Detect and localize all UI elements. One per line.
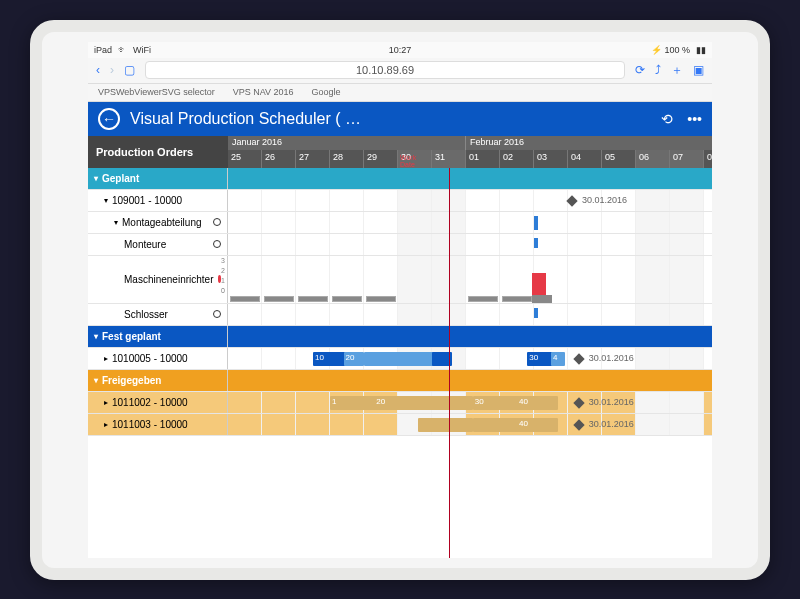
histogram-bar xyxy=(230,296,260,302)
gantt-bar[interactable] xyxy=(473,418,521,432)
histogram-bar xyxy=(502,296,532,302)
task-marker[interactable] xyxy=(534,308,538,318)
expand-icon[interactable]: ▸ xyxy=(104,354,108,363)
histogram-bar xyxy=(332,296,362,302)
gantt-bar[interactable]: 40 xyxy=(517,396,558,410)
url-field[interactable]: 10.10.89.69 xyxy=(145,61,625,79)
scheduler-row[interactable]: ▸ 1010005 - 1000030.01.20161020304 xyxy=(88,348,712,370)
day-cell: 26 xyxy=(262,150,296,168)
histogram-bar xyxy=(264,296,294,302)
nav-back-icon[interactable]: ‹ xyxy=(96,63,100,77)
status-dot xyxy=(213,218,221,226)
day-row: 252627282930Work Date3101020304050607080… xyxy=(228,150,712,168)
gantt-bar[interactable] xyxy=(418,396,472,410)
clock: 10:27 xyxy=(389,45,412,55)
scheduler-row[interactable]: Maschineneinrichter3210 xyxy=(88,256,712,304)
histogram-bar xyxy=(298,296,328,302)
day-cell: 02 xyxy=(500,150,534,168)
battery-icon: ▮▮ xyxy=(696,45,706,55)
app-title: Visual Production Scheduler ( … xyxy=(130,110,361,128)
gantt-bar[interactable] xyxy=(418,418,472,432)
bookmark-link[interactable]: VPSWebViewerSVG selector xyxy=(98,87,215,97)
day-cell: 25 xyxy=(228,150,262,168)
bookmark-link[interactable]: VPS NAV 2016 xyxy=(233,87,294,97)
tabs-icon[interactable]: ▣ xyxy=(693,63,704,77)
task-marker[interactable] xyxy=(534,238,538,248)
app-header: ← Visual Production Scheduler ( … ⟲ ••• xyxy=(88,102,712,136)
expand-icon[interactable]: ▸ xyxy=(104,420,108,429)
overload-block[interactable] xyxy=(532,273,546,295)
histogram-bar xyxy=(468,296,498,302)
row-label: 1010005 - 10000 xyxy=(112,353,188,364)
refresh-icon[interactable]: ⟲ xyxy=(661,111,673,127)
expand-icon[interactable]: ▸ xyxy=(104,398,108,407)
work-date-label: Work Date xyxy=(400,154,431,168)
scheduler: Production Orders Januar 2016Februar 201… xyxy=(88,136,712,558)
task-marker[interactable] xyxy=(534,216,538,230)
y-scale: 3210 xyxy=(221,256,225,303)
row-label: 1011002 - 10000 xyxy=(112,397,188,408)
gantt-bar[interactable]: 40 xyxy=(517,418,558,432)
day-cell: 29 xyxy=(364,150,398,168)
scheduler-row[interactable]: ▾ 109001 - 1000030.01.2016 xyxy=(88,190,712,212)
milestone-label: 30.01.2016 xyxy=(589,419,634,429)
back-button[interactable]: ← xyxy=(98,108,120,130)
status-dot xyxy=(213,310,221,318)
gantt-bar[interactable]: 4 xyxy=(551,352,565,366)
month-label: Januar 2016 xyxy=(228,136,466,150)
day-cell: 05 xyxy=(602,150,636,168)
day-cell: 04 xyxy=(568,150,602,168)
scheduler-rows: ▾ Geplant▾ 109001 - 1000030.01.2016▾ Mon… xyxy=(88,168,712,558)
bookmark-link[interactable]: Google xyxy=(312,87,341,97)
day-cell: 28 xyxy=(330,150,364,168)
day-cell: 27 xyxy=(296,150,330,168)
section-header[interactable]: ▾ Geplant xyxy=(88,168,712,190)
scheduler-row[interactable]: Monteure xyxy=(88,234,712,256)
day-cell: 30Work Date xyxy=(398,150,432,168)
expand-icon[interactable]: ▾ xyxy=(114,218,118,227)
scheduler-row[interactable]: ▾ Montageabteilung xyxy=(88,212,712,234)
gantt-bar[interactable]: 1 xyxy=(330,396,378,410)
ios-status-bar: iPad ᯤ WiFi 10:27 ⚡ 100 % ▮▮ xyxy=(88,42,712,58)
row-label: Maschineneinrichter xyxy=(124,274,214,285)
section-header[interactable]: ▾ Fest geplant xyxy=(88,326,712,348)
reload-icon[interactable]: ⟳ xyxy=(635,63,645,77)
scheduler-row[interactable]: ▸ 1011002 - 1000030.01.20161203040 xyxy=(88,392,712,414)
today-line xyxy=(449,168,450,558)
more-icon[interactable]: ••• xyxy=(687,111,702,127)
day-cell: 01 xyxy=(466,150,500,168)
expand-icon[interactable]: ▾ xyxy=(104,196,108,205)
status-dot xyxy=(213,240,221,248)
gantt-bar[interactable]: 20 xyxy=(344,352,364,366)
new-tab-icon[interactable]: ＋ xyxy=(671,62,683,79)
scheduler-row[interactable]: Schlosser xyxy=(88,304,712,326)
month-row: Januar 2016Februar 2016 xyxy=(228,136,712,150)
left-header: Production Orders xyxy=(88,136,228,168)
row-label: 109001 - 10000 xyxy=(112,195,182,206)
milestone-label: 30.01.2016 xyxy=(589,353,634,363)
day-cell: 08 xyxy=(704,150,712,168)
base-block xyxy=(532,295,552,303)
gantt-bar[interactable]: 20 xyxy=(374,396,422,410)
device-label: iPad xyxy=(94,45,112,55)
row-label: Schlosser xyxy=(124,309,168,320)
safari-toolbar: ‹ › ▢ 10.10.89.69 ⟳ ⤴ ＋ ▣ xyxy=(88,58,712,84)
scheduler-row[interactable]: ▸ 1011003 - 1000030.01.201640 xyxy=(88,414,712,436)
gantt-bar[interactable] xyxy=(364,352,439,366)
gantt-bar[interactable]: 30 xyxy=(473,396,521,410)
share-icon[interactable]: ⤴ xyxy=(655,63,661,77)
row-label: Montageabteilung xyxy=(122,217,202,228)
gantt-bar[interactable]: 10 xyxy=(313,352,347,366)
section-header[interactable]: ▾ Freigegeben xyxy=(88,370,712,392)
nav-forward-icon[interactable]: › xyxy=(110,63,114,77)
screen: iPad ᯤ WiFi 10:27 ⚡ 100 % ▮▮ ‹ › ▢ 10.10… xyxy=(88,42,712,558)
day-cell: 31 xyxy=(432,150,466,168)
day-cell: 06 xyxy=(636,150,670,168)
milestone-label: 30.01.2016 xyxy=(589,397,634,407)
month-label: Februar 2016 xyxy=(466,136,712,150)
timeline-header: Production Orders Januar 2016Februar 201… xyxy=(88,136,712,168)
bookmarks-icon[interactable]: ▢ xyxy=(124,63,135,77)
day-cell: 03 xyxy=(534,150,568,168)
wifi-icon: ᯤ xyxy=(118,45,127,55)
battery-label: ⚡ 100 % xyxy=(651,45,690,55)
